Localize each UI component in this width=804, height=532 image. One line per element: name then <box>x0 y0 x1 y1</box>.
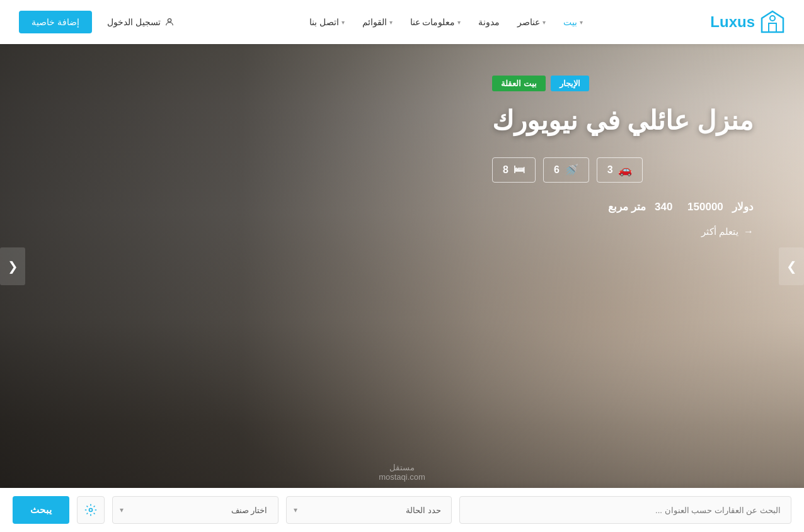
svg-rect-1 <box>769 23 776 32</box>
search-input[interactable] <box>459 496 791 524</box>
bed-icon: 🛏 <box>514 163 525 176</box>
logo-text: Luxus <box>710 13 755 31</box>
nav-item-home[interactable]: ▾ بيت <box>556 12 590 32</box>
svg-point-3 <box>168 19 171 22</box>
carousel-prev-button[interactable]: ❮ <box>0 247 25 285</box>
nav-item-about[interactable]: ▾ معلومات عنا <box>403 12 469 32</box>
type-select-wrapper: اختار صنف شقة فيلا منزل مكتب ▾ <box>112 496 279 524</box>
settings-icon <box>84 504 97 516</box>
hero-price: دولار 150000 340 متر مربع <box>492 200 754 213</box>
hero-section: ❮ ❯ بيت العقلة الإيجار منزل عائلي في نيو… <box>0 0 804 532</box>
chevron-icon: ▾ <box>457 19 461 26</box>
feature-bathrooms: 🚿 6 <box>543 157 589 183</box>
svg-point-4 <box>89 509 93 512</box>
nav-item-elements[interactable]: ▾ عناصر <box>510 12 553 32</box>
search-settings-button[interactable] <box>77 496 105 524</box>
carousel-next-button[interactable]: ❯ <box>779 247 804 285</box>
main-nav: ▾ بيت ▾ عناصر مدونة ▾ معلومات عنا ▾ القو… <box>182 12 711 32</box>
user-icon <box>164 17 175 27</box>
hero-features: 🛏 8 🚿 6 🚗 3 <box>492 157 754 183</box>
search-input-wrapper <box>459 496 791 524</box>
chevron-icon: ▾ <box>342 19 345 26</box>
navbar: Luxus ▾ بيت ▾ عناصر مدونة ▾ معلومات عنا … <box>0 0 804 44</box>
feature-garage: 🚗 3 <box>597 157 643 183</box>
add-listing-button[interactable]: إضافة خاصية <box>19 11 92 33</box>
logo-link[interactable]: Luxus <box>710 9 785 35</box>
learn-more-link[interactable]: → يتعلم أكثر <box>492 226 754 237</box>
hero-badges: بيت العقلة الإيجار <box>492 76 754 91</box>
hero-title: منزل عائلي في نيويورك <box>492 104 754 139</box>
login-button[interactable]: تسجيل الدخول <box>100 12 182 32</box>
badge-rent: الإيجار <box>551 76 589 91</box>
chevron-icon: ▾ <box>580 19 583 26</box>
nav-item-contact[interactable]: ▾ اتصل بنا <box>302 12 352 32</box>
feature-bedrooms: 🛏 8 <box>492 157 536 183</box>
svg-marker-0 <box>762 11 783 32</box>
navbar-actions: تسجيل الدخول إضافة خاصية <box>19 11 182 33</box>
nav-item-blog[interactable]: مدونة <box>471 12 507 32</box>
hero-content: بيت العقلة الإيجار منزل عائلي في نيويورك… <box>492 76 754 237</box>
badge-family: بيت العقلة <box>492 76 546 91</box>
status-select-wrapper: حدد الحالة للبيع للإيجار مباع ▾ <box>286 496 452 524</box>
search-bar: حدد الحالة للبيع للإيجار مباع ▾ اختار صن… <box>0 488 804 532</box>
status-select[interactable]: حدد الحالة للبيع للإيجار مباع <box>286 496 452 524</box>
logo-icon <box>760 9 785 35</box>
type-select[interactable]: اختار صنف شقة فيلا منزل مكتب <box>112 496 279 524</box>
car-icon: 🚗 <box>618 163 632 177</box>
search-button[interactable]: يبحث <box>13 496 69 524</box>
chevron-icon: ▾ <box>543 19 546 26</box>
svg-point-2 <box>770 16 775 21</box>
chevron-icon: ▾ <box>389 19 393 26</box>
bath-icon: 🚿 <box>565 163 578 177</box>
nav-item-listings[interactable]: ▾ القوائم <box>355 12 400 32</box>
